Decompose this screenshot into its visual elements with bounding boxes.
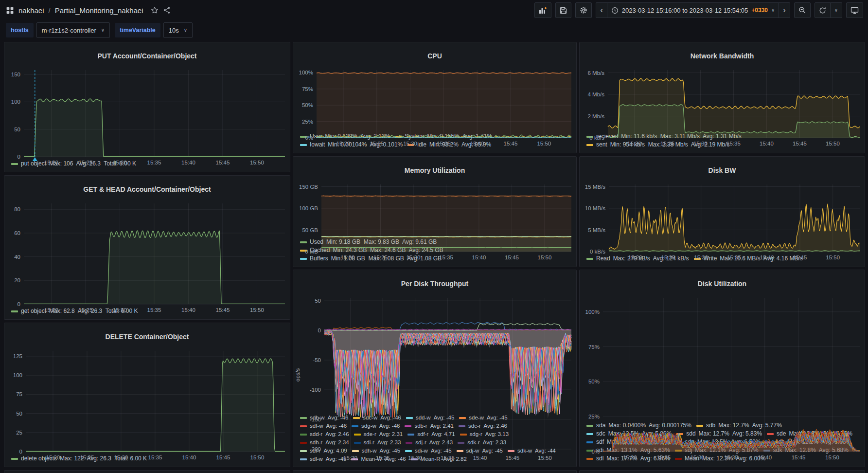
time-series-chart[interactable]: 0 kB/s5 MB/s10 MB/s15 MB/s15:2015:2515:3… bbox=[580, 181, 865, 254]
time-series-chart[interactable]: 0%25%50%75%100%15:2015:2515:3015:3515:40… bbox=[293, 66, 576, 131]
svg-text:15:45: 15:45 bbox=[793, 255, 807, 260]
panel-title[interactable]: CPU bbox=[293, 48, 576, 61]
refresh-interval-button[interactable]: ∨ bbox=[830, 2, 842, 18]
panel-title[interactable]: Disk Utilization bbox=[580, 276, 865, 289]
svg-text:15:40: 15:40 bbox=[758, 455, 772, 460]
svg-text:15:45: 15:45 bbox=[216, 307, 230, 313]
time-series-chart[interactable]: 025507510012515:2015:2515:3015:3515:4015… bbox=[4, 347, 290, 454]
svg-text:50: 50 bbox=[14, 127, 20, 132]
svg-text:15:35: 15:35 bbox=[148, 455, 162, 460]
svg-text:15:35: 15:35 bbox=[439, 255, 453, 260]
svg-text:15:20: 15:20 bbox=[627, 141, 641, 146]
svg-text:6 Mb/s: 6 Mb/s bbox=[587, 70, 604, 76]
svg-text:15:35: 15:35 bbox=[727, 255, 741, 260]
svg-text:10 MB/s: 10 MB/s bbox=[585, 205, 605, 211]
svg-text:-150: -150 bbox=[310, 417, 321, 422]
svg-text:0 kB/s: 0 kB/s bbox=[590, 249, 605, 255]
chart-canvas[interactable]: 025507510012515:2015:2515:3015:3515:4015… bbox=[4, 347, 290, 462]
svg-text:50: 50 bbox=[16, 411, 22, 417]
time-series-chart[interactable]: 02040608015:2015:2515:3015:3515:4015:451… bbox=[4, 200, 290, 306]
svg-text:0%: 0% bbox=[591, 449, 600, 455]
zoom-out-button[interactable] bbox=[794, 2, 811, 18]
time-series-chart[interactable]: 0%25%50%75%100%15:2015:2515:3015:3515:40… bbox=[580, 294, 865, 420]
refresh-button[interactable] bbox=[815, 2, 831, 18]
svg-text:0: 0 bbox=[19, 449, 22, 455]
panel-title[interactable]: Per Disk Throughput bbox=[293, 276, 576, 289]
svg-text:ops/s: ops/s bbox=[295, 368, 301, 382]
chart-canvas[interactable]: 05010015015:2015:2515:3015:3515:4015:451… bbox=[4, 66, 290, 167]
svg-text:15:35: 15:35 bbox=[437, 141, 451, 146]
variable-timevariable: timeVariable 10s ∨ bbox=[115, 22, 193, 38]
svg-text:15:25: 15:25 bbox=[660, 141, 674, 146]
svg-text:0: 0 bbox=[18, 154, 20, 160]
svg-text:50%: 50% bbox=[302, 102, 313, 108]
panel-network-bandwidth: Network Bandwidth 0 kb/s2 Mb/s4 Mb/s6 Mb… bbox=[579, 42, 865, 153]
dashboard-settings-button[interactable] bbox=[575, 2, 592, 18]
svg-text:0 MB: 0 MB bbox=[305, 249, 318, 255]
breadcrumb-folder[interactable]: nakhaei bbox=[18, 6, 44, 15]
dashboard-variables: hostIs m-r1z1s2-controller ∨ timeVariabl… bbox=[0, 20, 868, 38]
svg-text:15:20: 15:20 bbox=[343, 455, 357, 461]
svg-text:15:30: 15:30 bbox=[693, 141, 708, 146]
breadcrumb-dashboard-title[interactable]: Partial_Monitoring_nakhaei bbox=[55, 6, 143, 15]
svg-text:15:45: 15:45 bbox=[216, 160, 230, 165]
share-icon[interactable] bbox=[163, 6, 171, 14]
chart-canvas[interactable]: 0 kB/s5 MB/s10 MB/s15 MB/s15:2015:2515:3… bbox=[580, 181, 865, 262]
panel-title[interactable]: Network Bandwidth bbox=[580, 48, 865, 61]
chevron-right-icon: › bbox=[783, 6, 785, 14]
variable-value-dropdown[interactable]: m-r1z1s2-controller ∨ bbox=[36, 22, 110, 38]
caret-down-icon: ∨ bbox=[771, 8, 775, 13]
svg-text:15:30: 15:30 bbox=[403, 141, 417, 146]
add-panel-button[interactable] bbox=[534, 2, 551, 18]
svg-text:-200: -200 bbox=[310, 446, 321, 452]
chart-canvas[interactable]: 0%25%50%75%100%15:2015:2515:3015:3515:40… bbox=[580, 294, 865, 462]
dashboards-grid-icon[interactable] bbox=[6, 6, 14, 15]
panel-title[interactable]: Memory Utilization bbox=[293, 163, 576, 175]
svg-text:15:45: 15:45 bbox=[793, 141, 807, 146]
svg-text:15:30: 15:30 bbox=[691, 455, 705, 460]
chart-canvas[interactable]: 0 MB50 GB100 GB150 GB15:2015:2515:3015:3… bbox=[293, 181, 576, 262]
svg-text:15:40: 15:40 bbox=[182, 455, 196, 460]
svg-text:0: 0 bbox=[18, 301, 20, 307]
next-time-range-button[interactable]: › bbox=[779, 2, 790, 18]
save-dashboard-button[interactable] bbox=[555, 2, 571, 18]
svg-text:15:50: 15:50 bbox=[826, 141, 840, 146]
time-series-chart[interactable]: 05010015015:2015:2515:3015:3515:4015:451… bbox=[4, 66, 290, 159]
clock-icon bbox=[611, 7, 619, 14]
svg-text:-100: -100 bbox=[310, 387, 321, 393]
star-icon[interactable] bbox=[151, 6, 159, 14]
svg-text:25: 25 bbox=[16, 430, 22, 436]
svg-text:15:50: 15:50 bbox=[538, 255, 552, 260]
svg-text:150 GB: 150 GB bbox=[299, 184, 318, 190]
panel-get-head-account-container-object: GET & HEAD Account/Container/Object 0204… bbox=[4, 175, 290, 320]
variable-value-dropdown[interactable]: 10s ∨ bbox=[163, 22, 193, 38]
panel-per-disk-throughput: Per Disk Throughput 500-50-100-150-20015… bbox=[293, 270, 577, 467]
kiosk-mode-button[interactable] bbox=[846, 2, 863, 18]
time-series-chart[interactable]: 0 kb/s2 Mb/s4 Mb/s6 Mb/s15:2015:2515:301… bbox=[580, 66, 865, 131]
panel-title[interactable]: DELETE Container/Object bbox=[4, 329, 290, 342]
svg-text:75%: 75% bbox=[588, 344, 600, 350]
time-series-chart[interactable]: 0 MB50 GB100 GB150 GB15:2015:2515:3015:3… bbox=[293, 181, 576, 237]
caret-down-icon: ∨ bbox=[834, 8, 838, 13]
panel-title[interactable]: Disk BW bbox=[580, 163, 865, 175]
svg-text:2 Mb/s: 2 Mb/s bbox=[587, 113, 604, 119]
panel-title[interactable]: GET & HEAD Account/Container/Object bbox=[4, 182, 290, 194]
panel-disk-bw: Disk BW 0 kB/s5 MB/s10 MB/s15 MB/s15:201… bbox=[579, 156, 865, 267]
svg-text:15:35: 15:35 bbox=[441, 455, 455, 461]
chart-canvas[interactable]: 500-50-100-150-20015:2015:2515:3015:3515… bbox=[293, 294, 576, 462]
svg-text:15:35: 15:35 bbox=[147, 160, 161, 165]
breadcrumb-separator: / bbox=[49, 6, 51, 15]
chart-canvas[interactable]: 02040608015:2015:2515:3015:3515:4015:451… bbox=[4, 200, 290, 314]
time-range-picker[interactable]: 2023-03-12 15:16:00 to 2023-03-12 15:54:… bbox=[607, 2, 779, 18]
chart-canvas[interactable]: 0%25%50%75%100%15:2015:2515:3015:3515:40… bbox=[293, 66, 576, 148]
chart-canvas[interactable]: 0 kb/s2 Mb/s4 Mb/s6 Mb/s15:2015:2515:301… bbox=[580, 66, 865, 148]
panel-title[interactable]: PUT Account/Container/Object bbox=[4, 48, 290, 61]
svg-text:50: 50 bbox=[315, 298, 321, 304]
previous-time-range-button[interactable]: ‹ bbox=[596, 2, 607, 18]
svg-text:15:35: 15:35 bbox=[147, 307, 161, 313]
svg-text:15:50: 15:50 bbox=[537, 141, 551, 146]
time-series-chart[interactable]: 500-50-100-150-20015:2015:2515:3015:3515… bbox=[293, 294, 576, 413]
svg-text:15:30: 15:30 bbox=[408, 455, 422, 461]
svg-text:15 MB/s: 15 MB/s bbox=[585, 184, 605, 190]
svg-text:15:35: 15:35 bbox=[726, 141, 741, 146]
